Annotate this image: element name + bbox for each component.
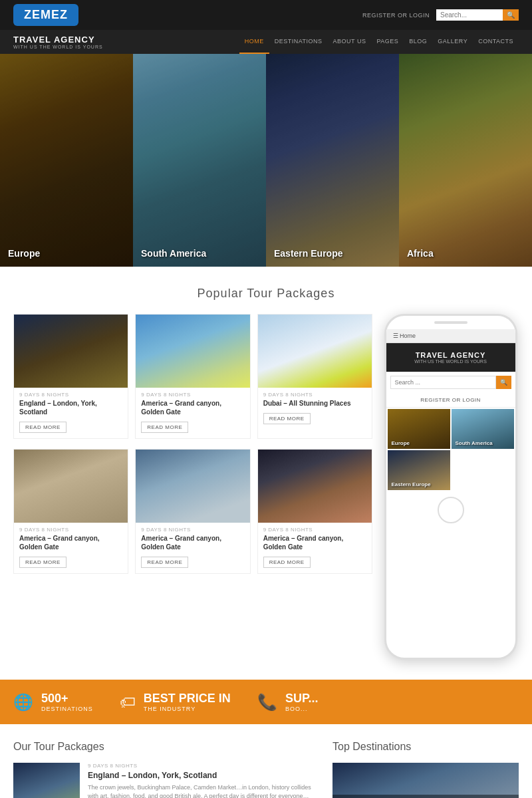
package-card: 9 DAYS 8 NIGHTS America – Grand canyon, … (135, 449, 250, 574)
package-image (258, 450, 372, 523)
search-input[interactable] (436, 9, 503, 21)
stat-number: BEST PRICE IN (144, 692, 231, 706)
popular-section: Popular Tour Packages 9 DAYS 8 NIGHTS En… (0, 267, 532, 680)
top-destinations-title: Top Destinations (332, 741, 519, 753)
register-link[interactable]: REGISTER OR LOGIN (362, 12, 430, 19)
phone-destination[interactable]: Europe (388, 409, 450, 449)
stat-number: 500+ (41, 692, 93, 706)
phone-dest-label: Europe (392, 440, 410, 446)
package-card: 9 DAYS 8 NIGHTS America – Grand canyon, … (13, 449, 128, 574)
phone-search-input[interactable] (390, 376, 496, 389)
tour-thumbnail (13, 763, 80, 798)
phone-dest-label: Eastern Europe (392, 481, 431, 487)
nav-link-contacts[interactable]: CONTACTS (473, 30, 519, 54)
package-meta: 9 DAYS 8 NIGHTS (258, 523, 372, 534)
package-title: America – Grand canyon, Golden Gate (136, 534, 249, 554)
zemez-logo[interactable]: ZEMEZ (13, 4, 78, 26)
main-nav: TRAVEL AGENCY WITH US THE WORLD IS YOURS… (0, 30, 532, 54)
top-destinations-col: Top Destinations America Asia Europe (332, 741, 519, 798)
tour-name: England – London, York, Scotland (88, 771, 319, 780)
packages-grid: 9 DAYS 8 NIGHTS England – London, York, … (13, 314, 372, 660)
nav-link-about-us[interactable]: ABOUT US (328, 30, 372, 54)
stat-label: DESTINATIONS (41, 706, 93, 712)
package-read-more-button[interactable]: READ MORE (263, 413, 311, 424)
phone-home-bar: ☰ Home (386, 329, 515, 343)
destination-card[interactable]: America (332, 763, 519, 798)
phone-speaker (434, 321, 467, 324)
package-title: America – Grand canyon, Golden Gate (14, 534, 128, 554)
package-read-more-button[interactable]: READ MORE (141, 557, 188, 568)
hero-label: Africa (407, 248, 434, 259)
stat-item: 🌐 500+ DESTINATIONS (13, 692, 93, 712)
hero-label: Europe (8, 248, 40, 259)
tour-info: 9 DAYS 8 NIGHTS England – London, York, … (88, 763, 319, 798)
package-card: 9 DAYS 8 NIGHTS America – Grand canyon, … (135, 314, 250, 439)
nav-links: HOMEDESTINATIONSABOUT USPAGESBLOGGALLERY… (239, 30, 519, 54)
stat-icon: 🌐 (13, 693, 33, 712)
stat-text: 500+ DESTINATIONS (41, 692, 93, 712)
destination-label: America (332, 795, 519, 798)
packages-wrapper: 9 DAYS 8 NIGHTS England – London, York, … (13, 314, 519, 660)
phone-content: ☰ Home TRAVEL AGENCY WITH US THE WORLD I… (386, 329, 515, 490)
hero-item-europe[interactable]: Europe (0, 54, 133, 267)
dest-items: America Asia Europe (332, 763, 519, 798)
stat-text: SUP... BOO... (285, 692, 319, 712)
nav-link-blog[interactable]: BLOG (404, 30, 432, 54)
hero-item-south-america[interactable]: South America (133, 54, 266, 267)
package-image (136, 450, 249, 523)
hero-label: Eastern Europe (274, 248, 342, 259)
hero-overlay (133, 54, 266, 267)
package-read-more-button[interactable]: READ MORE (141, 422, 188, 433)
stat-icon: 📞 (257, 693, 277, 712)
logo-area: TRAVEL AGENCY WITH US THE WORLD IS YOURS (13, 35, 103, 49)
phone-destinations: Europe South America Eastern Europe (388, 409, 514, 490)
stat-icon: 🏷 (120, 693, 136, 712)
phone-brand: TRAVEL AGENCY (393, 351, 509, 359)
tour-meta: 9 DAYS 8 NIGHTS (88, 763, 319, 769)
hero-item-eastern-europe[interactable]: Eastern Europe (266, 54, 399, 267)
package-image (136, 315, 249, 388)
tour-items: 9 DAYS 8 NIGHTS England – London, York, … (13, 763, 319, 798)
brand-title: TRAVEL AGENCY (13, 35, 103, 45)
stat-label: BOO... (285, 706, 319, 712)
package-image (14, 450, 128, 523)
phone-destination[interactable]: South America (452, 409, 514, 449)
nav-link-home[interactable]: HOME (239, 30, 269, 54)
package-image (14, 315, 128, 388)
tour-packages-title: Our Tour Packages (13, 741, 319, 753)
package-meta: 9 DAYS 8 NIGHTS (136, 523, 249, 534)
phone-destination[interactable]: Eastern Europe (388, 450, 450, 490)
popular-title: Popular Tour Packages (13, 287, 519, 301)
nav-link-pages[interactable]: PAGES (371, 30, 404, 54)
package-title: England – London, York, Scotland (14, 399, 128, 419)
package-meta: 9 DAYS 8 NIGHTS (14, 388, 128, 399)
stat-number: SUP... (285, 692, 319, 706)
package-title: America – Grand canyon, Golden Gate (258, 534, 372, 554)
package-read-more-button[interactable]: READ MORE (19, 557, 66, 568)
stat-text: BEST PRICE IN THE INDUSTRY (144, 692, 231, 712)
nav-link-gallery[interactable]: GALLERY (432, 30, 473, 54)
package-card: 9 DAYS 8 NIGHTS America – Grand canyon, … (257, 449, 372, 574)
search-button[interactable]: 🔍 (503, 9, 519, 21)
hero-item-africa[interactable]: Africa (399, 54, 532, 267)
nav-link-destinations[interactable]: DESTINATIONS (269, 30, 328, 54)
bottom-section: Our Tour Packages 9 DAYS 8 NIGHTS Englan… (0, 724, 532, 798)
phone-search-button[interactable]: 🔍 (496, 376, 511, 389)
package-read-more-button[interactable]: READ MORE (263, 557, 311, 568)
package-read-more-button[interactable]: READ MORE (19, 422, 66, 433)
package-meta: 9 DAYS 8 NIGHTS (136, 388, 249, 399)
hero-overlay (0, 54, 133, 267)
phone-register[interactable]: REGISTER OR LOGIN (386, 393, 515, 408)
package-title: America – Grand canyon, Golden Gate (136, 399, 249, 419)
hero-banner: Europe South America Eastern Europe Afri… (0, 54, 532, 267)
stat-label: THE INDUSTRY (144, 706, 231, 712)
tour-description: The crown jewels, Buckingham Palace, Cam… (88, 783, 319, 798)
brand-tagline: WITH US THE WORLD IS YOURS (13, 45, 103, 49)
top-bar: ZEMEZ REGISTER OR LOGIN 🔍 (0, 0, 532, 30)
tour-item: 9 DAYS 8 NIGHTS England – London, York, … (13, 763, 319, 798)
mobile-mockup: ☰ Home TRAVEL AGENCY WITH US THE WORLD I… (384, 314, 517, 660)
stat-item: 📞 SUP... BOO... (257, 692, 319, 712)
stats-bar: 🌐 500+ DESTINATIONS 🏷 BEST PRICE IN THE … (0, 680, 532, 724)
packages-row-1: 9 DAYS 8 NIGHTS England – London, York, … (13, 314, 372, 439)
phone-home-button[interactable] (438, 497, 464, 523)
